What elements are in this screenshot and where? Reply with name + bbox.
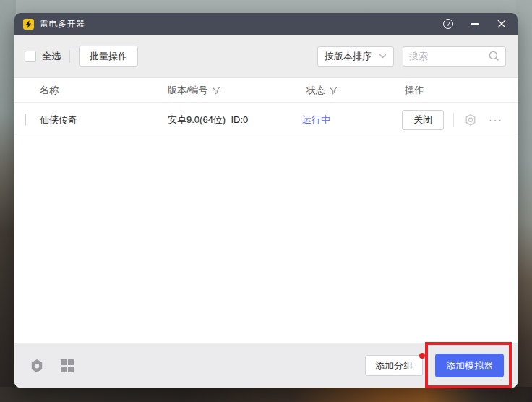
window-title: 雷电多开器 — [40, 18, 85, 30]
toolbar: 全选 批量操作 按版本排序 — [14, 35, 518, 78]
select-all-label: 全选 — [42, 50, 61, 63]
titlebar[interactable]: 雷电多开器 ? — [14, 13, 518, 35]
add-group-button[interactable]: 添加分组 — [365, 355, 423, 376]
ldplayer-multi-instance-window: 雷电多开器 ? 全选 批量操作 按版本排序 — [14, 13, 518, 388]
action-divider — [453, 113, 454, 127]
filter-funnel-icon[interactable] — [329, 86, 338, 95]
wallpaper-right-rocks — [516, 0, 532, 402]
gear-icon — [464, 114, 477, 127]
annotation-highlight-box — [425, 342, 512, 388]
sort-dropdown[interactable]: 按版本排序 — [317, 46, 394, 67]
sort-dropdown-value: 按版本排序 — [325, 50, 372, 63]
column-header-version[interactable]: 版本/编号 — [168, 84, 302, 97]
column-header-version-label: 版本/编号 — [168, 84, 208, 97]
emulator-settings-button[interactable] — [464, 114, 477, 127]
minimize-icon — [471, 23, 479, 25]
minimize-button[interactable] — [469, 18, 481, 30]
column-header-action: 操作 — [402, 84, 518, 97]
row-checkbox[interactable] — [25, 114, 26, 126]
empty-list-area — [14, 137, 518, 343]
more-options-button[interactable]: ··· — [489, 115, 503, 125]
add-group-label: 添加分组 — [375, 359, 413, 372]
wallpaper-bottom-mountain — [0, 387, 532, 402]
table-header: 名称 版本/编号 状态 操作 — [14, 78, 518, 103]
close-icon — [497, 20, 506, 28]
nut-gear-icon — [29, 358, 45, 374]
column-header-name[interactable]: 名称 — [40, 84, 168, 97]
emulator-version: 安卓9.0(64位) ID:0 — [168, 114, 302, 127]
help-icon: ? — [443, 19, 453, 29]
wallpaper-left-rocks — [0, 0, 16, 402]
close-button[interactable] — [496, 18, 507, 30]
emulator-status-running: 运行中 — [302, 114, 402, 127]
search-box[interactable] — [403, 46, 506, 67]
close-emulator-button[interactable]: 关闭 — [402, 110, 444, 130]
help-button[interactable]: ? — [442, 18, 454, 30]
global-settings-button[interactable] — [29, 358, 45, 374]
search-input[interactable] — [409, 51, 489, 61]
app-logo-lightning-icon — [23, 19, 34, 30]
search-icon — [489, 51, 499, 61]
batch-operations-button[interactable]: 批量操作 — [79, 46, 138, 67]
emulator-name: 仙侠传奇 — [40, 114, 168, 127]
column-header-status-label: 状态 — [306, 84, 325, 97]
select-all-checkbox[interactable] — [25, 51, 36, 62]
chevron-down-icon — [379, 54, 387, 59]
column-header-status[interactable]: 状态 — [302, 84, 402, 97]
filter-funnel-icon[interactable] — [212, 86, 220, 95]
toolbar-divider — [69, 50, 70, 63]
notification-dot — [419, 353, 425, 359]
grid-icon — [60, 359, 74, 373]
grid-view-button[interactable] — [60, 359, 74, 373]
emulator-row[interactable]: 仙侠传奇 安卓9.0(64位) ID:0 运行中 关闭 ··· — [14, 103, 518, 137]
